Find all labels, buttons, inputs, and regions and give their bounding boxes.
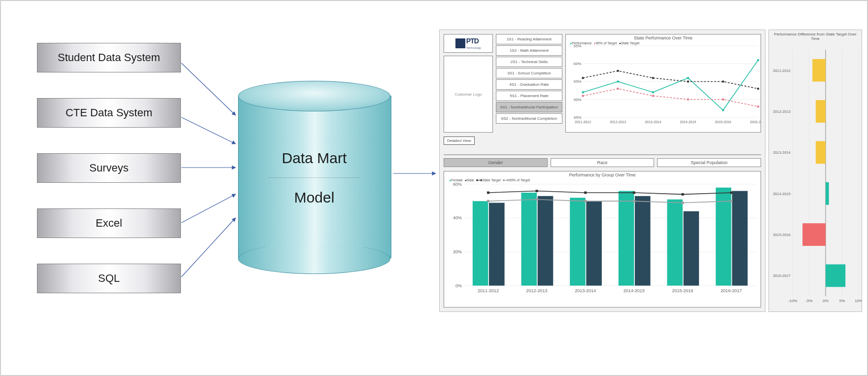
svg-point-39 — [757, 88, 759, 90]
svg-point-26 — [722, 109, 724, 111]
svg-rect-93 — [816, 141, 826, 164]
svg-text:0%: 0% — [455, 283, 462, 288]
svg-rect-52 — [538, 196, 554, 286]
performance-by-group-chart: Performance by Group Over Time ●Female ●… — [444, 171, 761, 308]
detailed-view-button[interactable]: Detailed View — [444, 137, 475, 145]
svg-rect-91 — [816, 100, 826, 123]
svg-text:45%: 45% — [574, 115, 582, 120]
svg-point-32 — [722, 99, 724, 101]
tab-race[interactable]: Race — [551, 158, 655, 167]
svg-line-1 — [181, 117, 236, 144]
disagg-tabs: Gender Race Special Population — [444, 158, 761, 167]
svg-text:2014-2015: 2014-2015 — [624, 288, 645, 293]
svg-rect-77 — [730, 200, 732, 203]
svg-text:60%: 60% — [574, 62, 582, 66]
svg-text:2012-2013: 2012-2013 — [773, 109, 791, 114]
svg-point-24 — [652, 91, 654, 93]
svg-rect-64 — [732, 191, 748, 286]
svg-point-27 — [757, 59, 759, 61]
svg-rect-57 — [619, 191, 634, 286]
svg-text:2012-2013: 2012-2013 — [610, 120, 626, 124]
svg-text:60%: 60% — [453, 182, 462, 187]
svg-line-0 — [181, 63, 236, 115]
svg-text:-5%: -5% — [805, 299, 812, 303]
svg-text:10%: 10% — [855, 299, 862, 303]
svg-line-4 — [181, 218, 236, 277]
svg-text:50%: 50% — [574, 98, 582, 102]
svg-text:65%: 65% — [574, 44, 582, 48]
svg-rect-51 — [521, 193, 537, 286]
svg-text:2016-2017: 2016-2017 — [750, 120, 761, 124]
kpi-button-list: 1S1 - Reading Attainment 1S2 - Math Atta… — [496, 34, 562, 133]
svg-point-36 — [652, 77, 654, 79]
svg-rect-66 — [487, 192, 489, 194]
svg-text:0%: 0% — [823, 299, 829, 303]
svg-rect-63 — [716, 188, 731, 286]
svg-text:2016-2017: 2016-2017 — [773, 273, 791, 278]
ptd-logo: PTD Technology — [444, 34, 493, 53]
svg-rect-76 — [682, 202, 684, 204]
svg-rect-69 — [633, 192, 635, 194]
svg-rect-55 — [586, 201, 602, 285]
svg-rect-89 — [812, 59, 826, 82]
svg-rect-54 — [570, 198, 586, 285]
kpi-button[interactable]: 6S2 - Nontraditional Completion — [496, 113, 562, 124]
kpi-button[interactable]: 1S2 - Math Attainment — [496, 45, 562, 56]
kpi-button[interactable]: 2S1 - Technical Skills — [496, 57, 562, 67]
svg-rect-75 — [633, 200, 635, 203]
svg-point-29 — [617, 88, 619, 90]
architecture-diagram: Student Data System CTE Data System Surv… — [0, 0, 868, 376]
kpi-button-selected[interactable]: 6S1 - Nontraditional Participation — [496, 102, 562, 112]
svg-rect-60 — [667, 200, 683, 286]
svg-text:2015-2016: 2015-2016 — [672, 288, 693, 293]
svg-text:2015-2016: 2015-2016 — [715, 120, 731, 124]
tab-specpop[interactable]: Special Population — [657, 158, 761, 167]
svg-point-37 — [687, 80, 689, 82]
svg-rect-97 — [802, 223, 826, 246]
svg-text:2011-2012: 2011-2012 — [773, 68, 791, 73]
cylinder-label-2: Model — [238, 189, 390, 206]
svg-point-30 — [652, 95, 654, 97]
svg-point-22 — [582, 91, 584, 93]
svg-rect-99 — [826, 264, 845, 287]
difference-from-target-chart: Performance Difference from State Target… — [768, 30, 862, 312]
svg-rect-73 — [536, 198, 538, 201]
svg-text:2014-2015: 2014-2015 — [773, 192, 791, 196]
svg-rect-67 — [536, 190, 538, 192]
svg-rect-48 — [473, 201, 488, 285]
svg-text:2011-2012: 2011-2012 — [575, 120, 591, 124]
svg-text:2013-2014: 2013-2014 — [575, 288, 596, 293]
svg-point-28 — [582, 95, 584, 97]
svg-rect-61 — [684, 211, 699, 286]
svg-point-38 — [722, 80, 724, 82]
svg-text:20%: 20% — [453, 249, 462, 254]
svg-rect-95 — [826, 182, 829, 205]
svg-rect-71 — [730, 192, 732, 194]
state-performance-chart: State Performance Over Time ●Performance… — [565, 34, 761, 133]
customer-logo-placeholder: Customer Logo — [444, 56, 493, 133]
svg-text:2016-2017: 2016-2017 — [721, 288, 742, 293]
kpi-button[interactable]: 4S1 - Graduation Rate — [496, 79, 562, 90]
svg-text:55%: 55% — [574, 79, 582, 84]
svg-text:2013-2014: 2013-2014 — [773, 150, 791, 155]
svg-rect-68 — [584, 192, 587, 194]
svg-text:2014-2015: 2014-2015 — [680, 120, 696, 124]
kpi-button[interactable]: 3S1 - School Completion — [496, 68, 562, 78]
svg-rect-72 — [487, 200, 489, 203]
svg-text:-10%: -10% — [788, 299, 798, 303]
kpi-button[interactable]: 1S1 - Reading Attainment — [496, 34, 562, 44]
svg-text:40%: 40% — [453, 215, 462, 220]
svg-point-34 — [582, 77, 584, 79]
tab-gender[interactable]: Gender — [444, 158, 548, 167]
data-mart-cylinder: Data Mart Model — [238, 81, 390, 274]
svg-text:2015-2016: 2015-2016 — [773, 233, 791, 237]
svg-rect-74 — [584, 200, 587, 203]
svg-point-23 — [617, 80, 619, 82]
kpi-button[interactable]: 5S1 - Placement Rate — [496, 91, 562, 101]
svg-point-35 — [617, 70, 619, 72]
svg-point-31 — [687, 99, 689, 101]
svg-text:2012-2013: 2012-2013 — [526, 288, 548, 293]
svg-text:2013-2014: 2013-2014 — [645, 120, 661, 124]
svg-rect-58 — [635, 196, 651, 286]
svg-point-33 — [757, 105, 759, 107]
